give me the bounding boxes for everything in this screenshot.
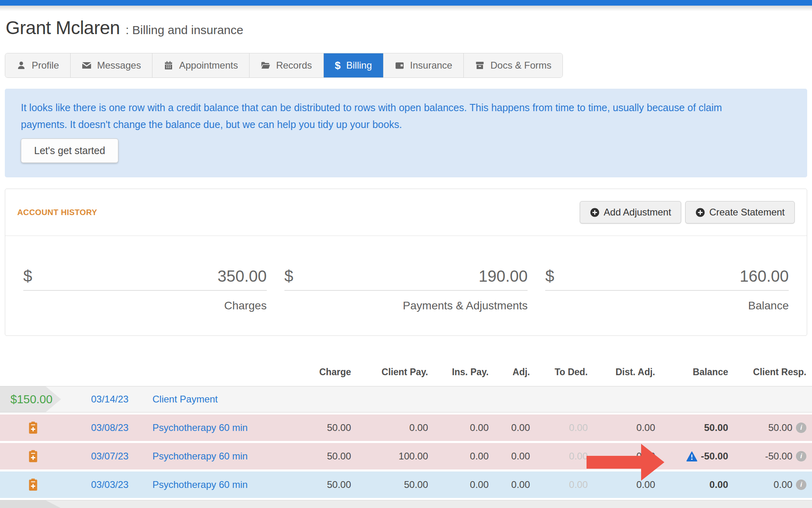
cell-dist-adj: 0.00 bbox=[588, 451, 655, 462]
transaction-date-link[interactable]: 03/07/23 bbox=[66, 451, 140, 462]
medical-clipboard-icon bbox=[28, 450, 39, 463]
page-section-title: : Billing and insurance bbox=[126, 23, 244, 37]
transaction-description-link[interactable]: Client Payment bbox=[140, 394, 303, 405]
transaction-date-link[interactable]: 03/03/23 bbox=[66, 479, 140, 490]
cell-ins-pay: 0.00 bbox=[428, 422, 489, 433]
transaction-description-link[interactable]: Psychotherapy 60 min bbox=[140, 451, 303, 462]
tab-label: Insurance bbox=[410, 60, 452, 71]
table-row-payment: $150.00 03/14/23 Client Payment bbox=[0, 386, 812, 412]
archive-icon bbox=[475, 61, 485, 70]
stat-value: 350.00 bbox=[217, 267, 266, 285]
currency-symbol: $ bbox=[545, 267, 554, 285]
stat-value: 160.00 bbox=[740, 267, 789, 285]
cell-to-ded: 0.00 bbox=[530, 422, 588, 433]
payment-amount-cell: $150.00 bbox=[0, 386, 66, 412]
account-history-header: ACCOUNT HISTORY Add Adjustment Create St… bbox=[5, 189, 807, 236]
cell-client-resp: -50.00 i bbox=[728, 451, 812, 462]
payment-flag bbox=[0, 500, 61, 508]
info-icon[interactable]: i bbox=[796, 480, 806, 490]
add-adjustment-button[interactable]: Add Adjustment bbox=[580, 201, 681, 224]
appointment-icon-cell bbox=[0, 478, 66, 491]
cell-adj: 0.00 bbox=[489, 451, 530, 462]
payment-amount: $150.00 bbox=[0, 393, 53, 406]
column-header-balance: Balance bbox=[655, 367, 728, 378]
transaction-date-link[interactable]: 03/08/23 bbox=[66, 422, 140, 433]
patient-name: Grant Mclaren bbox=[6, 17, 120, 39]
tab-billing[interactable]: $ Billing bbox=[323, 53, 384, 77]
tab-appointments[interactable]: Appointments bbox=[152, 53, 249, 77]
transaction-date-link[interactable]: 03/14/23 bbox=[66, 394, 140, 405]
appointment-icon-cell bbox=[0, 450, 66, 463]
table-row-charge: 03/03/23 Psychotherapy 60 min 50.00 50.0… bbox=[0, 471, 812, 498]
transaction-description-link[interactable]: Psychotherapy 60 min bbox=[140, 479, 303, 490]
cell-client-pay: 50.00 bbox=[351, 479, 428, 490]
banner-message: It looks like there is one row with a cr… bbox=[21, 99, 763, 133]
cell-client-resp: 0.00 i bbox=[728, 479, 812, 490]
wallet-icon bbox=[395, 61, 404, 70]
table-row-charge: 03/08/23 Psychotherapy 60 min 50.00 0.00… bbox=[0, 415, 812, 441]
tab-label: Docs & Forms bbox=[490, 60, 551, 71]
client-resp-value: -50.00 bbox=[765, 451, 792, 462]
cell-dist-adj: 0.00 bbox=[588, 422, 655, 433]
cell-client-pay: 100.00 bbox=[351, 451, 428, 462]
envelope-icon bbox=[82, 61, 91, 70]
account-history-card: ACCOUNT HISTORY Add Adjustment Create St… bbox=[5, 189, 807, 336]
currency-symbol: $ bbox=[23, 267, 32, 285]
cell-client-resp: 50.00 i bbox=[728, 422, 812, 433]
cell-charge: 50.00 bbox=[303, 451, 351, 462]
column-header-adj: Adj. bbox=[489, 367, 530, 378]
table-header-row: Charge Client Pay. Ins. Pay. Adj. To Ded… bbox=[0, 358, 812, 386]
stat-divider bbox=[23, 290, 267, 291]
balance-value: -50.00 bbox=[701, 451, 728, 462]
tab-docs-forms[interactable]: Docs & Forms bbox=[463, 53, 562, 77]
account-history-title: ACCOUNT HISTORY bbox=[17, 208, 97, 217]
tab-messages[interactable]: Messages bbox=[70, 53, 152, 77]
payment-flag: $150.00 bbox=[0, 386, 61, 412]
cell-ins-pay: 0.00 bbox=[428, 451, 489, 462]
create-statement-button[interactable]: Create Statement bbox=[685, 201, 795, 224]
cell-to-ded: 0.00 bbox=[530, 451, 588, 462]
folder-open-icon bbox=[261, 61, 270, 70]
tab-records[interactable]: Records bbox=[249, 53, 323, 77]
medical-clipboard-icon bbox=[28, 421, 39, 434]
lets-get-started-button[interactable]: Let's get started bbox=[21, 138, 118, 163]
account-history-actions: Add Adjustment Create Statement bbox=[580, 201, 795, 224]
cell-balance: -50.00 bbox=[655, 451, 728, 462]
tab-label: Messages bbox=[97, 60, 141, 71]
plus-circle-icon bbox=[590, 207, 600, 217]
info-icon[interactable]: i bbox=[796, 451, 806, 461]
create-statement-label: Create Statement bbox=[709, 207, 785, 218]
warning-triangle-icon[interactable] bbox=[686, 451, 697, 461]
credit-balance-banner: It looks like there is one row with a cr… bbox=[5, 89, 807, 177]
patient-tabs: Profile Messages Appointments Records $ … bbox=[5, 53, 563, 78]
top-bar-shadow bbox=[0, 6, 812, 11]
stat-label: Balance bbox=[545, 299, 789, 312]
cell-charge: 50.00 bbox=[303, 479, 351, 490]
cell-adj: 0.00 bbox=[489, 422, 530, 433]
tab-label: Appointments bbox=[179, 60, 238, 71]
cell-balance: 50.00 bbox=[655, 422, 728, 433]
stat-label: Payments & Adjustments bbox=[284, 299, 528, 312]
cell-dist-adj: 0.00 bbox=[588, 479, 655, 490]
cell-client-pay: 0.00 bbox=[351, 422, 428, 433]
tab-insurance[interactable]: Insurance bbox=[383, 53, 463, 77]
appointment-icon-cell bbox=[0, 421, 66, 434]
stat-payments-adjustments: $190.00 Payments & Adjustments bbox=[284, 267, 528, 312]
plus-circle-icon bbox=[695, 207, 705, 217]
transactions-table: Charge Client Pay. Ins. Pay. Adj. To Ded… bbox=[0, 358, 812, 508]
transaction-description-link[interactable]: Psychotherapy 60 min bbox=[140, 422, 303, 433]
tab-profile[interactable]: Profile bbox=[5, 53, 70, 77]
info-icon[interactable]: i bbox=[796, 423, 806, 433]
stat-balance: $160.00 Balance bbox=[545, 267, 789, 312]
medical-clipboard-icon bbox=[28, 478, 39, 491]
stat-charges: $350.00 Charges bbox=[23, 267, 267, 312]
client-resp-value: 50.00 bbox=[768, 422, 792, 433]
column-header-ins-pay: Ins. Pay. bbox=[428, 367, 489, 378]
cell-adj: 0.00 bbox=[489, 479, 530, 490]
column-header-client-pay: Client Pay. bbox=[351, 367, 428, 378]
stat-label: Charges bbox=[23, 299, 267, 312]
column-header-client-resp: Client Resp. bbox=[728, 367, 812, 378]
tab-label: Billing bbox=[346, 60, 372, 71]
add-adjustment-label: Add Adjustment bbox=[604, 207, 671, 218]
stat-divider bbox=[545, 290, 789, 291]
